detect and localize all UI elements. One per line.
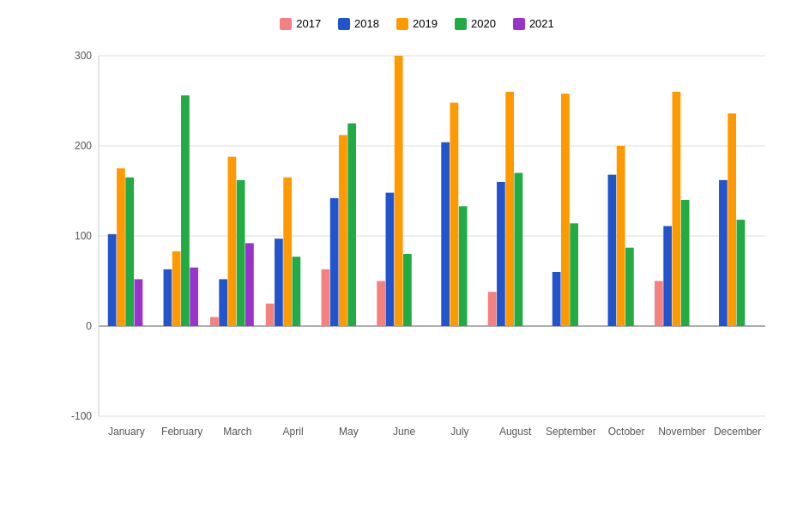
legend-color-2020 [455, 18, 467, 30]
bar-2018-October [608, 175, 617, 326]
x-axis-label-September: September [546, 426, 596, 438]
legend-item-2019: 2019 [396, 17, 438, 30]
y-axis-label: 0 [86, 320, 92, 332]
legend-color-2017 [280, 18, 292, 30]
bar-2020-August [515, 173, 523, 327]
legend-label-2020: 2020 [471, 17, 496, 30]
bar-2021-February [190, 268, 198, 326]
bar-2018-February [164, 269, 172, 326]
legend-label-2021: 2021 [529, 17, 554, 30]
legend-color-2019 [396, 18, 408, 30]
bar-2017-August [488, 292, 497, 326]
bar-2021-March [245, 243, 254, 326]
chart-area: -1000100200300JanuaryFebruaryMarchAprilM… [51, 39, 782, 459]
y-axis-label: -100 [71, 410, 92, 422]
bar-2020-February [181, 95, 190, 326]
bar-2019-August [505, 92, 514, 326]
y-axis-label: 200 [75, 140, 92, 152]
legend-item-2021: 2021 [513, 17, 554, 30]
bar-2018-November [663, 226, 672, 326]
chart-legend: 20172018201920202021 [51, 17, 782, 30]
bar-2018-September [552, 272, 561, 326]
bar-2020-December [737, 220, 746, 326]
x-axis-label-February: February [161, 426, 202, 438]
x-axis-label-December: December [714, 426, 761, 438]
bar-2019-January [117, 168, 125, 326]
legend-color-2021 [513, 18, 525, 30]
legend-item-2017: 2017 [280, 17, 321, 30]
bar-2017-June [377, 281, 385, 327]
bar-2018-August [497, 182, 505, 326]
bar-chart: -1000100200300JanuaryFebruaryMarchAprilM… [51, 39, 782, 459]
bar-2019-April [283, 178, 292, 326]
bar-2019-July [450, 103, 459, 326]
bar-2019-October [617, 146, 625, 326]
legend-label-2017: 2017 [296, 17, 321, 30]
legend-label-2019: 2019 [413, 17, 438, 30]
bar-2018-December [719, 180, 728, 326]
bar-2019-March [228, 157, 237, 326]
bar-2018-March [219, 279, 227, 326]
bar-2020-October [625, 248, 634, 326]
bar-2020-November [681, 200, 690, 326]
bar-2020-May [347, 124, 356, 326]
bar-2017-March [210, 317, 219, 327]
x-axis-label-March: March [223, 426, 251, 438]
bar-2020-March [237, 180, 245, 326]
bar-2019-June [395, 56, 403, 326]
chart-container: 20172018201920202021 -1000100200300Janua… [0, 0, 791, 532]
bar-2019-May [339, 135, 347, 326]
bar-2020-June [403, 254, 412, 326]
legend-label-2018: 2018 [354, 17, 379, 30]
x-axis-label-April: April [283, 426, 304, 438]
bar-2018-January [108, 234, 117, 326]
x-axis-label-November: November [658, 426, 705, 438]
x-axis-label-May: May [339, 426, 359, 438]
x-axis-label-August: August [499, 426, 532, 438]
bar-2018-April [275, 239, 283, 326]
bar-2017-November [655, 281, 663, 327]
bar-2019-December [728, 113, 736, 326]
x-axis-label-June: June [393, 426, 415, 438]
bar-2019-February [172, 251, 181, 326]
bar-2021-January [135, 279, 143, 326]
bar-2020-September [570, 223, 578, 326]
y-axis-label: 300 [75, 50, 92, 62]
bar-2018-June [386, 193, 395, 326]
legend-item-2018: 2018 [338, 17, 379, 30]
bar-2019-September [561, 94, 570, 326]
legend-item-2020: 2020 [455, 17, 496, 30]
y-axis-label: 100 [75, 230, 92, 242]
bar-2019-November [673, 92, 681, 326]
legend-color-2018 [338, 18, 350, 30]
bar-2017-May [322, 269, 330, 326]
bar-2017-April [266, 304, 275, 326]
bar-2020-January [125, 178, 134, 326]
x-axis-label-July: July [450, 426, 468, 438]
bar-2018-July [441, 142, 450, 326]
bar-2020-April [293, 257, 301, 326]
bar-2018-May [330, 198, 339, 326]
x-axis-label-January: January [108, 426, 145, 438]
x-axis-label-October: October [608, 426, 645, 438]
bar-2020-July [459, 206, 468, 326]
